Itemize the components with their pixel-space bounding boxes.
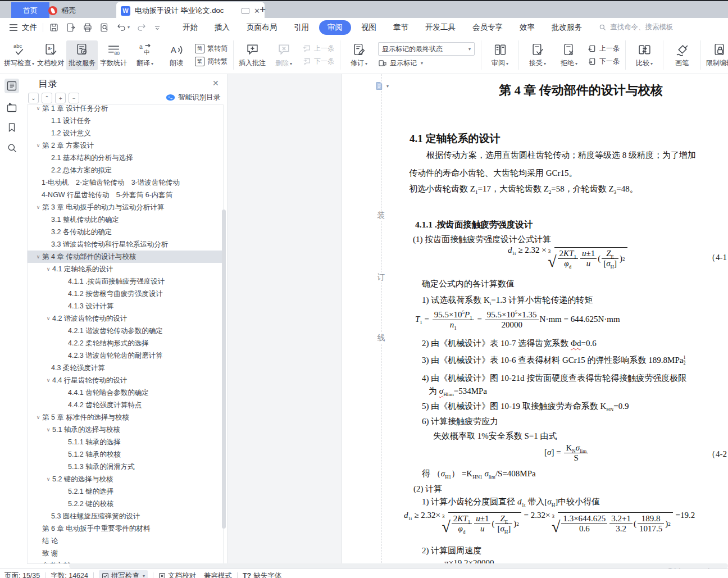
redo-icon[interactable] bbox=[136, 22, 147, 33]
toc-item[interactable]: 4.1.3 设计计算 bbox=[28, 300, 223, 312]
delete-comment-button[interactable]: 删除▾ bbox=[268, 40, 299, 70]
prev-revision-button[interactable]: 上一条 bbox=[588, 44, 620, 53]
toc-item[interactable]: ∨4.2 谐波齿轮传动的设计 bbox=[28, 312, 223, 325]
chevron-down-icon[interactable]: ∨ bbox=[44, 377, 52, 383]
menu-tab-审阅[interactable]: 审阅 bbox=[319, 20, 351, 35]
review-panes-button[interactable]: 审阅▾ bbox=[484, 40, 516, 70]
toc-item[interactable]: 2.2 总体方案的拟定 bbox=[28, 164, 223, 176]
file-menu-button[interactable]: 文件 bbox=[9, 22, 37, 33]
accept-button[interactable]: 接受▾ bbox=[522, 40, 553, 70]
tab-document[interactable]: W 电动扳手设计 毕业论文.doc ✕ bbox=[116, 2, 265, 19]
toc-plus-button[interactable]: ＋ bbox=[55, 93, 66, 103]
menu-tab-批改服务[interactable]: 批改服务 bbox=[545, 20, 589, 35]
compare-button[interactable]: 比较▾ bbox=[629, 40, 660, 70]
toc-item[interactable]: ∨第 2 章 方案设计 bbox=[28, 139, 223, 152]
status-doc-proof[interactable]: 文档校对 bbox=[158, 571, 196, 578]
toc-item[interactable]: 第 6 章 电动扳手中重要零件的材料 bbox=[28, 522, 223, 535]
status-missing-font[interactable]: T? 缺失字体 bbox=[243, 571, 281, 578]
undo-button[interactable]: ▾ bbox=[116, 22, 130, 33]
toc-item[interactable]: 结 论 bbox=[28, 535, 223, 547]
toc-item[interactable]: 5.1.1 轴承的选择 bbox=[28, 436, 223, 448]
toc-item[interactable]: 1.1 设计任务 bbox=[28, 115, 223, 127]
find-panel-button[interactable] bbox=[4, 140, 19, 155]
toc-item[interactable]: 5.1.2 轴承的校核 bbox=[28, 448, 223, 461]
toc-item[interactable]: 3.1 整机传动比的确定 bbox=[28, 213, 223, 226]
toc-item[interactable]: ∨4.1 定轴轮系的设计 bbox=[28, 263, 223, 275]
toc-item[interactable]: 4-NGW 行星齿轮传动 5-外套筒 6-内套筒 bbox=[28, 189, 223, 201]
toc-item[interactable]: 3.2 各传动比的确定 bbox=[28, 226, 223, 238]
toc-item[interactable]: ∨第 4 章 传动部件的设计与校核 bbox=[28, 251, 223, 263]
toc-item[interactable]: 1-电动机 2-定轴齿轮传动 3-谐波齿轮传动 bbox=[28, 176, 223, 189]
revise-button[interactable]: 修订▾ bbox=[343, 40, 375, 70]
save-icon[interactable] bbox=[49, 22, 59, 33]
toc-item[interactable]: 5.2.1 键的选择 bbox=[28, 485, 223, 498]
chevron-down-icon[interactable]: ∨ bbox=[34, 254, 42, 260]
menu-tab-会员专享[interactable]: 会员专享 bbox=[466, 20, 509, 35]
word-count-button[interactable]: 80 字数统计 bbox=[98, 40, 129, 70]
toc-item[interactable]: ∨第 1 章 设计任务分析 bbox=[28, 104, 223, 115]
tab-docer[interactable]: 稻壳 bbox=[43, 2, 116, 19]
read-aloud-button[interactable]: A 朗读 bbox=[161, 40, 192, 70]
toc-item[interactable]: 4.2.2 柔轮结构形式的选择 bbox=[28, 337, 223, 349]
toc-item[interactable]: 5.1.3 轴承的润滑方式 bbox=[28, 461, 223, 473]
toc-item[interactable]: ∨4.4 行星齿轮传动的设计 bbox=[28, 374, 223, 386]
spell-check-button[interactable]: abc 拼写检查▾ bbox=[3, 40, 35, 70]
chevron-down-icon[interactable]: ∨ bbox=[34, 415, 42, 420]
chevron-down-icon[interactable]: ∨ bbox=[44, 476, 52, 482]
toc-item[interactable]: ∨5.2 键的选择与校核 bbox=[28, 473, 223, 485]
toc-item[interactable]: 5.3 圆柱螺旋压缩弹簧的设计 bbox=[28, 510, 223, 522]
toc-item[interactable]: 4.4.2 齿轮强度计算特点 bbox=[28, 399, 223, 411]
toc-expand-all-button[interactable]: ⌄ bbox=[28, 93, 39, 103]
chevron-down-icon[interactable]: ∨ bbox=[34, 106, 42, 111]
toc-item[interactable]: 4.2.1 谐波齿轮传动参数的确定 bbox=[28, 325, 223, 337]
bookmark-panel-button[interactable] bbox=[4, 120, 19, 135]
print-preview-icon[interactable] bbox=[99, 22, 110, 33]
toc-item[interactable]: 3.3 谐波齿轮传动和行星轮系运动分析 bbox=[28, 238, 223, 251]
toc-item[interactable]: ∨5.1 轴承的选择与校核 bbox=[28, 424, 223, 436]
menu-tab-章节[interactable]: 章节 bbox=[386, 20, 415, 35]
horizontal-scrollbar[interactable] bbox=[69, 563, 728, 568]
insert-comment-button[interactable]: 插入批注 bbox=[236, 40, 268, 70]
reject-button[interactable]: 拒绝▾ bbox=[553, 40, 585, 70]
menu-tab-效率[interactable]: 效率 bbox=[513, 20, 542, 35]
brush-button[interactable]: 画笔 bbox=[666, 40, 698, 70]
menu-tab-页面布局[interactable]: 页面布局 bbox=[240, 20, 284, 35]
chevron-down-icon[interactable]: ∨ bbox=[34, 204, 42, 210]
markup-state-dropdown[interactable]: 显示标记的最终状态▾ bbox=[378, 42, 475, 56]
toc-collapse-all-button[interactable]: ⌃ bbox=[42, 93, 52, 103]
chevron-down-icon[interactable]: ∨ bbox=[34, 143, 42, 148]
trad-to-simp-button[interactable]: 简繁转简 bbox=[195, 44, 228, 53]
print-icon[interactable] bbox=[83, 22, 93, 33]
menu-tab-开始[interactable]: 开始 bbox=[176, 20, 204, 35]
restrict-edit-button[interactable]: 限制编辑 bbox=[704, 40, 728, 70]
toc-item[interactable]: 4.3 柔轮强度计算 bbox=[28, 362, 223, 374]
menu-tab-插入[interactable]: 插入 bbox=[208, 20, 236, 35]
toc-minus-button[interactable]: － bbox=[69, 93, 79, 103]
export-icon[interactable] bbox=[66, 22, 76, 33]
collapse-ribbon-icon[interactable] bbox=[153, 24, 161, 31]
float-window-icon[interactable] bbox=[242, 8, 249, 14]
next-revision-button[interactable]: 下一条 bbox=[588, 57, 620, 66]
correction-service-button[interactable]: 批改服务 bbox=[66, 40, 98, 70]
chevron-down-icon[interactable]: ∨ bbox=[44, 266, 52, 272]
menu-tab-引用[interactable]: 引用 bbox=[287, 20, 316, 35]
status-word-count[interactable]: 字数: 14624 bbox=[51, 571, 88, 578]
translate-button[interactable]: a中 翻译▾ bbox=[129, 40, 161, 70]
document-page[interactable]: 装 订 线 ▾ 第 4 章 传动部件的设计与校核 4.1 定轴轮系的设计 根据传… bbox=[342, 74, 728, 568]
simp-to-trad-button[interactable]: 繁简转繁 bbox=[195, 57, 228, 66]
toc-item[interactable]: 5.2.2 键的校核 bbox=[28, 498, 223, 510]
command-search[interactable]: 查找命令、搜索模板 bbox=[599, 22, 674, 32]
toc-scrollbar[interactable] bbox=[222, 210, 226, 529]
toc-item[interactable]: 4.2.3 谐波齿轮轮齿的耐磨计算 bbox=[28, 349, 223, 362]
smart-toc-button[interactable]: 智能识别目录 bbox=[166, 93, 220, 102]
toc-item[interactable]: 2.1 基本结构的分析与选择 bbox=[28, 152, 223, 164]
outline-panel-button[interactable] bbox=[4, 79, 19, 93]
doc-proof-button[interactable]: a- 文档校对 bbox=[35, 40, 66, 70]
chevron-down-icon[interactable]: ∨ bbox=[44, 427, 52, 433]
material-panel-button[interactable] bbox=[4, 100, 19, 115]
toc-item[interactable]: ∨第 5 章 标准件的选择与校核 bbox=[28, 411, 223, 424]
toc-item[interactable]: 4.4.1 齿轮啮合参数的确定 bbox=[28, 386, 223, 399]
prev-comment-button[interactable]: 上一条 bbox=[302, 44, 334, 53]
menu-tab-视图[interactable]: 视图 bbox=[354, 20, 383, 35]
chevron-down-icon[interactable]: ∨ bbox=[44, 316, 52, 321]
